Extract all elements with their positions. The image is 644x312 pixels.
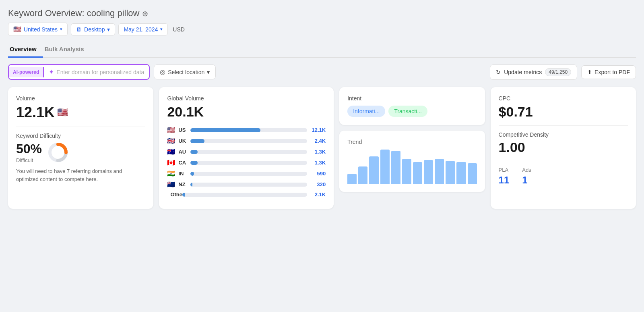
intent-badge: Transacti... bbox=[388, 106, 427, 117]
country-code: Other bbox=[170, 191, 179, 198]
country-flag-icon: 🇨🇦 bbox=[167, 159, 175, 166]
tab-overview[interactable]: Overview bbox=[8, 42, 43, 58]
volume-bar-fill bbox=[190, 161, 197, 165]
add-keyword-icon[interactable]: ⊕ bbox=[142, 10, 148, 18]
date-label: May 21, 2024 bbox=[124, 26, 158, 33]
currency-label: USD bbox=[171, 24, 186, 35]
tab-bulk-analysis[interactable]: Bulk Analysis bbox=[43, 42, 91, 58]
metrics-card: CPC $0.71 Competitive Density 1.00 PLA 1… bbox=[491, 87, 636, 209]
cpc-value: $0.71 bbox=[499, 104, 628, 120]
export-label: Export to PDF bbox=[594, 69, 630, 75]
ads-label: Ads bbox=[522, 167, 531, 173]
global-volume-value: 20.1K bbox=[167, 104, 326, 120]
trend-bar bbox=[347, 174, 357, 184]
kd-description: You will need to have 7 referring domain… bbox=[16, 167, 145, 183]
country-code: AU bbox=[178, 149, 187, 155]
intent-badge: Informati... bbox=[347, 106, 385, 117]
country-row: 🇦🇺 AU 1.3K bbox=[167, 148, 326, 156]
device-filter[interactable]: 🖥 Desktop ▾ bbox=[71, 23, 115, 35]
volume-value: 12.1K 🇺🇸 bbox=[16, 104, 145, 121]
country-filter[interactable]: 🇺🇸 United States ▾ bbox=[8, 23, 68, 36]
country-row: 🇮🇳 IN 590 bbox=[167, 170, 326, 177]
device-chevron-icon: ▾ bbox=[107, 26, 110, 33]
kd-label: Keyword Difficulty bbox=[16, 133, 145, 139]
volume-bar-fill bbox=[190, 139, 204, 143]
country-volume: 2.4K bbox=[310, 138, 326, 144]
kd-percent: 50% Difficult bbox=[16, 141, 42, 163]
country-volume: 320 bbox=[310, 181, 326, 187]
trend-bar bbox=[391, 151, 400, 184]
country-chevron-icon: ▾ bbox=[60, 27, 62, 32]
country-row: 🇳🇿 NZ 320 bbox=[167, 181, 326, 188]
header: Keyword Overview: cooling pillow ⊕ 🇺🇸 Un… bbox=[8, 8, 636, 36]
page-wrapper: Keyword Overview: cooling pillow ⊕ 🇺🇸 Un… bbox=[8, 8, 636, 209]
global-volume-card: Global Volume 20.1K 🇺🇸 US 12.1K 🇬🇧 UK 2.… bbox=[159, 87, 334, 209]
keyword-text: cooling pillow bbox=[87, 8, 140, 18]
trend-bar bbox=[424, 160, 433, 184]
country-volume: 2.1K bbox=[310, 191, 326, 198]
ai-input-wrapper: AI-powered ✦ Enter domain for personaliz… bbox=[8, 64, 150, 80]
trend-bar bbox=[456, 162, 466, 184]
cpc-label: CPC bbox=[499, 95, 628, 102]
volume-bar-bg bbox=[190, 128, 307, 132]
country-flag-icon: 🇺🇸 bbox=[167, 126, 175, 134]
date-filter[interactable]: May 21, 2024 ▾ bbox=[118, 23, 168, 35]
toolbar: AI-powered ✦ Enter domain for personaliz… bbox=[8, 64, 636, 80]
metrics-count: 49/1,250 bbox=[545, 68, 571, 76]
tabs-row: Overview Bulk Analysis bbox=[8, 42, 636, 58]
page-title: Keyword Overview: cooling pillow ⊕ bbox=[8, 8, 636, 19]
trend-bar bbox=[468, 163, 477, 184]
intent-card: Intent Informati...Transacti... bbox=[339, 87, 485, 125]
trend-card: Trend bbox=[339, 131, 485, 192]
country-volume: 12.1K bbox=[310, 127, 326, 133]
location-icon: ◎ bbox=[160, 68, 165, 76]
filters-row: 🇺🇸 United States ▾ 🖥 Desktop ▾ May 21, 2… bbox=[8, 23, 636, 36]
country-flag-icon: 🇬🇧 bbox=[167, 137, 175, 145]
country-flag-icon: 🇦🇺 bbox=[167, 148, 175, 156]
trend-chart bbox=[347, 148, 477, 184]
country-code: NZ bbox=[178, 181, 187, 187]
device-icon: 🖥 bbox=[76, 26, 82, 33]
volume-label: Volume bbox=[16, 95, 145, 102]
volume-card: Volume 12.1K 🇺🇸 Keyword Difficulty 50% D… bbox=[8, 87, 153, 209]
title-prefix: Keyword Overview: bbox=[8, 8, 85, 18]
pla-label: PLA bbox=[499, 167, 510, 173]
country-volume: 1.3K bbox=[310, 160, 326, 166]
country-rows: 🇺🇸 US 12.1K 🇬🇧 UK 2.4K 🇦🇺 AU 1.3K 🇨🇦 CA bbox=[167, 126, 326, 198]
trend-bar bbox=[402, 159, 411, 184]
cards-grid: Volume 12.1K 🇺🇸 Keyword Difficulty 50% D… bbox=[8, 87, 636, 209]
location-select[interactable]: ◎ Select location ▾ bbox=[154, 64, 216, 79]
intent-badges: Informati...Transacti... bbox=[347, 106, 477, 117]
location-chevron-icon: ▾ bbox=[207, 69, 210, 75]
device-label: Desktop bbox=[84, 26, 105, 33]
trend-bar bbox=[358, 166, 367, 184]
global-volume-label: Global Volume bbox=[167, 95, 326, 102]
country-code: US bbox=[178, 127, 187, 133]
date-chevron-icon: ▾ bbox=[160, 27, 163, 32]
volume-bar-bg bbox=[190, 150, 307, 154]
location-label: Select location bbox=[168, 69, 204, 75]
trend-label: Trend bbox=[347, 139, 477, 145]
update-metrics-button[interactable]: ↻ Update metrics 49/1,250 bbox=[490, 64, 577, 80]
country-code: CA bbox=[178, 160, 187, 166]
volume-bar-fill bbox=[190, 172, 194, 176]
country-flag-icon: 🇳🇿 bbox=[167, 181, 175, 188]
kd-row: 50% Difficult bbox=[16, 141, 145, 163]
country-row: 🇺🇸 US 12.1K bbox=[167, 126, 326, 134]
domain-input-area[interactable]: ✦ Enter domain for personalized data bbox=[44, 65, 149, 79]
country-row: 🇨🇦 CA 1.3K bbox=[167, 159, 326, 166]
volume-bar-bg bbox=[190, 183, 307, 187]
country-label: United States bbox=[24, 26, 58, 33]
ads-value: 1 bbox=[522, 175, 531, 186]
country-code: UK bbox=[178, 138, 187, 144]
trend-bar bbox=[413, 162, 422, 184]
volume-bar-bg bbox=[190, 161, 307, 165]
update-metrics-label: Update metrics bbox=[504, 69, 542, 75]
pla-item: PLA 11 bbox=[499, 167, 510, 186]
country-code: IN bbox=[178, 171, 187, 177]
export-pdf-button[interactable]: ⬆ Export to PDF bbox=[581, 65, 636, 79]
kd-donut bbox=[47, 142, 68, 163]
country-volume: 590 bbox=[310, 171, 326, 177]
country-flag: 🇺🇸 bbox=[13, 25, 21, 33]
intent-trend-col: Intent Informati...Transacti... Trend bbox=[339, 87, 485, 209]
